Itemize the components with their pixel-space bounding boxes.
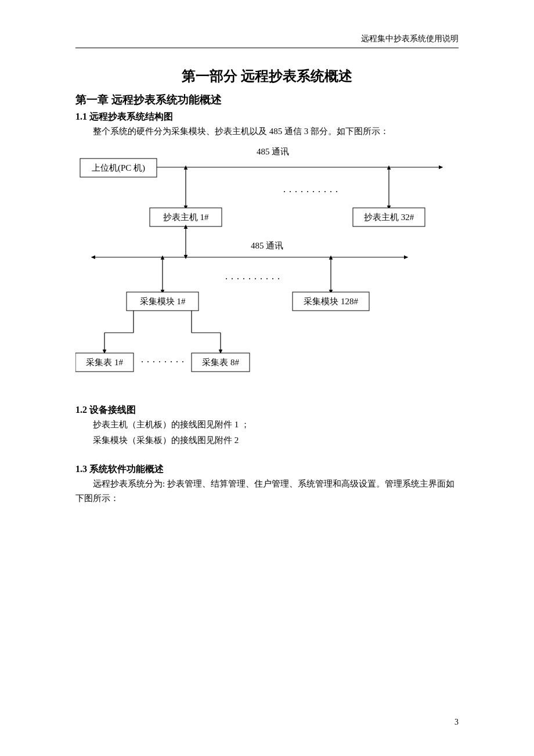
svg-point-24 xyxy=(249,278,250,279)
part-title: 第一部分 远程抄表系统概述 xyxy=(75,67,459,85)
chapter-title: 第一章 远程抄表系统功能概述 xyxy=(75,92,459,107)
diagram-box-mod1: 采集模块 1# xyxy=(140,297,186,306)
diagram-box-host1: 抄表主机 1# xyxy=(163,213,209,222)
svg-point-20 xyxy=(226,278,227,279)
structure-diagram: 485 通讯 上位机(PC 机) xyxy=(75,144,459,390)
diagram-dots-hosts xyxy=(284,191,337,192)
diagram-box-meter8: 采集表 8# xyxy=(202,358,239,367)
header-divider xyxy=(75,48,459,48)
svg-point-8 xyxy=(307,191,308,192)
svg-point-43 xyxy=(171,361,172,362)
diagram-box-pc: 上位机(PC 机) xyxy=(92,163,145,173)
svg-point-5 xyxy=(290,191,291,192)
svg-point-6 xyxy=(295,191,297,192)
svg-point-11 xyxy=(324,191,326,192)
svg-point-7 xyxy=(301,191,302,192)
diagram-dots-modules xyxy=(226,278,279,279)
diagram-dots-meters xyxy=(142,361,183,362)
svg-point-41 xyxy=(159,361,160,362)
page-header: 远程集中抄表系统使用说明 xyxy=(361,34,459,44)
diagram-label-485-mid: 485 通讯 xyxy=(251,241,283,250)
diagram-label-485-top: 485 通讯 xyxy=(257,147,289,156)
svg-point-26 xyxy=(261,278,262,279)
diagram-box-host32: 抄表主机 32# xyxy=(364,213,414,222)
section-1-2-line2: 采集模块（采集板）的接线图见附件 2 xyxy=(75,433,459,448)
svg-point-45 xyxy=(182,361,183,362)
svg-point-27 xyxy=(266,278,268,279)
section-1-3-paragraph: 远程抄表系统分为: 抄表管理、结算管理、住户管理、系统管理和高级设置。管理系统主… xyxy=(75,477,459,506)
section-1-1-title: 1.1 远程抄表系统结构图 xyxy=(75,111,459,123)
svg-point-10 xyxy=(319,191,320,192)
svg-point-44 xyxy=(176,361,178,362)
svg-point-25 xyxy=(255,278,256,279)
svg-point-39 xyxy=(147,361,149,362)
svg-point-40 xyxy=(153,361,154,362)
svg-point-29 xyxy=(278,278,279,279)
section-1-3-title: 1.3 系统软件功能概述 xyxy=(75,463,459,476)
svg-point-13 xyxy=(336,191,337,192)
svg-point-42 xyxy=(165,361,166,362)
diagram-box-meter1: 采集表 1# xyxy=(86,358,123,367)
page-number: 3 xyxy=(454,718,459,727)
svg-point-28 xyxy=(272,278,273,279)
svg-point-22 xyxy=(237,278,239,279)
diagram-box-mod128: 采集模块 128# xyxy=(304,297,358,306)
section-1-2-line1: 抄表主机（主机板）的接线图见附件 1 ； xyxy=(75,417,459,433)
svg-point-9 xyxy=(313,191,314,192)
svg-point-4 xyxy=(284,191,285,192)
svg-point-23 xyxy=(243,278,244,279)
section-1-1-paragraph: 整个系统的硬件分为采集模块、抄表主机以及 485 通信 3 部分。如下图所示： xyxy=(75,124,459,139)
svg-point-12 xyxy=(330,191,331,192)
section-1-2-title: 1.2 设备接线图 xyxy=(75,404,459,416)
svg-point-21 xyxy=(232,278,233,279)
svg-point-38 xyxy=(142,361,143,362)
